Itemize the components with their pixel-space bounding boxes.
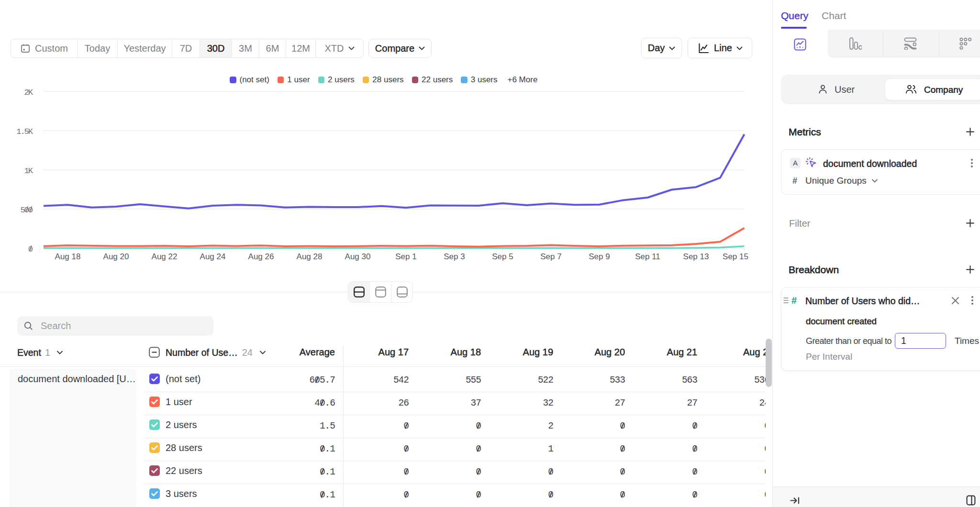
svg-text:Aug 24: Aug 24 (200, 252, 226, 261)
svg-text:2K: 2K (24, 88, 33, 97)
svg-text:Sep 3: Sep 3 (444, 252, 465, 261)
svg-text:Aug 18: Aug 18 (55, 252, 81, 261)
svg-text:Sep 9: Sep 9 (589, 252, 610, 261)
svg-text:Sep 5: Sep 5 (492, 252, 513, 261)
svg-text:Aug 28: Aug 28 (297, 252, 323, 261)
svg-text:1K: 1K (24, 166, 33, 176)
svg-text:Aug 30: Aug 30 (345, 252, 371, 261)
svg-text:Aug 20: Aug 20 (103, 252, 129, 261)
svg-text:Sep 7: Sep 7 (540, 252, 561, 261)
svg-text:Sep 13: Sep 13 (683, 252, 709, 261)
svg-text:Aug 26: Aug 26 (248, 252, 274, 261)
svg-text:Aug 22: Aug 22 (152, 252, 178, 261)
svg-text:Sep 11: Sep 11 (635, 252, 660, 261)
svg-text:Sep 15: Sep 15 (723, 252, 748, 261)
svg-text:1.5K: 1.5K (16, 127, 33, 136)
svg-text:Sep 1: Sep 1 (395, 252, 416, 261)
